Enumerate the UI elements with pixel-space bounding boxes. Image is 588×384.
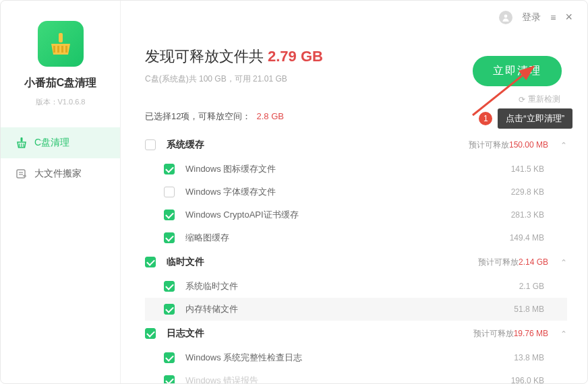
item-size: 2.1 GB [519, 282, 544, 291]
avatar-icon[interactable] [499, 11, 512, 24]
group-checkbox[interactable] [145, 257, 156, 267]
item-checkbox[interactable] [164, 164, 175, 174]
titlebar: 登录 ≡ × [499, 10, 572, 24]
list-item[interactable]: Windows 图标缓存文件141.5 KB [145, 158, 567, 181]
svg-rect-5 [21, 137, 23, 141]
item-label: Windows 字体缓存文件 [185, 186, 276, 198]
group-checkbox[interactable] [145, 139, 156, 150]
svg-rect-3 [61, 46, 63, 53]
item-size: 229.8 KB [511, 187, 544, 197]
close-icon[interactable]: × [565, 10, 572, 24]
annotation-callout: 1 点击“立即清理” [479, 108, 572, 129]
item-size: 141.5 KB [511, 164, 544, 174]
group-header[interactable]: 日志文件预计可释放19.76 MB⌄ [145, 321, 567, 346]
chevron-up-icon[interactable]: ⌄ [560, 329, 567, 338]
main-panel: 登录 ≡ × 发现可释放文件共 2.79 GB C盘(系统盘)共 100 GB，… [121, 1, 587, 383]
list-item[interactable]: Windows CryptoAPI证书缓存281.3 KB [145, 203, 567, 226]
group-checkbox[interactable] [145, 328, 156, 339]
clean-now-button[interactable]: 立即清理 [473, 56, 562, 86]
item-label: Windows 图标缓存文件 [185, 163, 276, 175]
svg-rect-9 [17, 170, 25, 178]
item-checkbox[interactable] [164, 281, 175, 292]
item-checkbox[interactable] [164, 352, 175, 363]
headline-size: 2.79 GB [268, 48, 323, 65]
app-version: 版本：V1.0.6.8 [1, 97, 120, 107]
group-estimate: 预计可释放19.76 MB [473, 328, 548, 340]
chevron-up-icon[interactable]: ⌄ [560, 257, 567, 267]
sidebar: 小番茄C盘清理 版本：V1.0.6.8 C盘清理大文件搬家 [1, 1, 121, 383]
headline-prefix: 发现可释放文件共 [145, 46, 264, 67]
sidebar-item-clean[interactable]: C盘清理 [1, 127, 120, 158]
item-checkbox[interactable] [164, 304, 175, 315]
list-item[interactable]: Windows 系统完整性检查日志13.8 MB [145, 346, 567, 369]
group-label: 临时文件 [167, 256, 204, 268]
svg-rect-2 [57, 46, 59, 53]
group-header[interactable]: 系统缓存预计可释放150.00 MB⌄ [145, 132, 567, 158]
group-label: 系统缓存 [167, 139, 204, 151]
group-header[interactable]: 临时文件预计可释放2.14 GB⌄ [145, 249, 567, 275]
list-item[interactable]: Windows 字体缓存文件229.8 KB [145, 181, 567, 203]
list-item[interactable]: Windows 错误报告196.0 KB [145, 369, 567, 383]
app-window: 小番茄C盘清理 版本：V1.0.6.8 C盘清理大文件搬家 登录 ≡ × 发现可… [0, 0, 588, 384]
list-item[interactable]: 内存转储文件51.8 MB [145, 298, 567, 321]
item-label: 系统临时文件 [185, 280, 238, 292]
annotation-text: 点击“立即清理” [498, 108, 572, 129]
item-size: 51.8 MB [514, 305, 544, 314]
sidebar-item-label: 大文件搬家 [34, 168, 82, 180]
item-checkbox[interactable] [164, 375, 175, 383]
svg-rect-4 [65, 46, 67, 53]
bigfile-icon [16, 168, 28, 180]
app-logo-icon [38, 21, 84, 67]
app-name: 小番茄C盘清理 [1, 76, 120, 90]
item-size: 13.8 MB [514, 353, 544, 362]
item-size: 196.0 KB [511, 376, 544, 383]
item-label: 缩略图缓存 [185, 232, 229, 244]
svg-point-12 [504, 14, 508, 18]
logo-block: 小番茄C盘清理 版本：V1.0.6.8 [1, 21, 120, 107]
rescan-link[interactable]: ⟳ 重新检测 [519, 94, 560, 105]
group-label: 日志文件 [167, 327, 204, 340]
item-label: Windows 错误报告 [185, 375, 258, 383]
sidebar-item-bigfile[interactable]: 大文件搬家 [1, 158, 120, 189]
item-checkbox[interactable] [164, 232, 175, 243]
file-list: 系统缓存预计可释放150.00 MB⌄Windows 图标缓存文件141.5 K… [145, 132, 567, 383]
chevron-up-icon[interactable]: ⌄ [560, 140, 567, 150]
group-estimate: 预计可释放150.00 MB [469, 139, 548, 151]
item-checkbox[interactable] [164, 210, 175, 220]
item-label: 内存转储文件 [185, 303, 238, 315]
svg-rect-1 [53, 46, 55, 53]
login-link[interactable]: 登录 [522, 11, 541, 24]
item-label: Windows 系统完整性检查日志 [185, 352, 302, 364]
item-label: Windows CryptoAPI证书缓存 [185, 209, 299, 221]
annotation-number: 1 [479, 112, 492, 125]
item-size: 281.3 KB [511, 210, 544, 220]
item-checkbox[interactable] [164, 187, 175, 197]
menu-icon[interactable]: ≡ [550, 12, 556, 23]
clean-icon [16, 137, 28, 149]
svg-rect-0 [59, 33, 63, 42]
selection-size: 2.8 GB [256, 111, 283, 121]
sidebar-item-label: C盘清理 [34, 137, 69, 149]
group-estimate: 预计可释放2.14 GB [478, 257, 548, 268]
list-item[interactable]: 系统临时文件2.1 GB [145, 275, 567, 298]
list-item[interactable]: 缩略图缓存149.4 MB [145, 226, 567, 249]
item-size: 149.4 MB [510, 233, 544, 243]
refresh-icon: ⟳ [519, 95, 525, 104]
